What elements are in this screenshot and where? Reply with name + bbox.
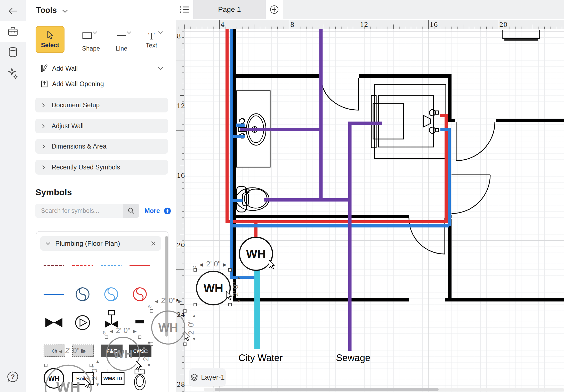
tools-panel: Tools Select Shape Line T Text Add Wall … [26,0,176,392]
add-wall-opening-icon [41,80,48,88]
add-page-icon [270,5,279,14]
chevron-down-icon [62,10,68,13]
left-rail: ? [0,0,26,392]
add-page-button[interactable] [266,0,283,19]
tools-title[interactable]: Tools [36,6,68,15]
v-ruler-label: 12 [177,102,185,110]
add-wall-label: Add Wall [52,65,78,72]
layer-badge[interactable]: Layer-1 [189,368,226,386]
tab-label: Page 1 [218,5,241,14]
shape-tool-button[interactable]: Shape [82,32,100,52]
search-icon [128,207,134,214]
h-ruler-label: 16 [430,21,438,28]
v-ruler-label: 28 [177,381,185,388]
section-label: Adjust Wall [52,122,84,130]
add-wall-chevron-icon[interactable] [157,67,164,71]
add-wall-opening-label: Add Wall Opening [52,80,104,88]
v-ruler-label: 20 [177,241,185,249]
tab-bar-spacer [283,0,564,19]
palette-title: Plumbing (Floor Plan) [55,240,146,248]
database-icon[interactable] [0,47,26,59]
vertical-ruler: 8 12 16 20 24 28 ▶ [176,29,184,392]
ruler-position-indicator: ▶ [176,298,180,302]
line-chevron-icon[interactable] [158,30,163,35]
symbols-heading: Symbols [35,187,72,197]
page-list-button[interactable] [176,0,193,19]
tools-title-label: Tools [36,6,57,15]
line-tool-button[interactable]: Line [116,32,127,52]
horizontal-scrollbar-thumb[interactable] [215,388,439,391]
section-recently-used-symbols[interactable]: Recently Used Symbols [35,160,168,175]
text-tool-button[interactable]: T Text [145,30,158,49]
close-icon[interactable] [151,241,156,246]
palette-card [36,231,168,392]
back-icon[interactable] [0,7,26,17]
help-icon[interactable]: ? [0,371,26,384]
section-document-setup[interactable]: Document Setup [35,98,168,112]
more-label: More [144,207,160,214]
line-icon [116,32,127,39]
add-wall-opening-button[interactable]: Add Wall Opening [41,80,104,88]
section-adjust-wall[interactable]: Adjust Wall [35,119,168,133]
v-ruler-label: 24 [177,311,185,319]
drawing-canvas[interactable] [184,29,564,392]
rectangle-icon [82,32,92,39]
section-label: Recently Used Symbols [52,164,120,171]
add-wall-button[interactable]: Add Wall [41,64,78,72]
text-tool-label: Text [145,42,158,49]
layers-icon [190,373,198,381]
page-list-icon [180,6,190,13]
v-ruler-label: 8 [177,32,181,40]
palette-scrollbar[interactable] [165,236,168,337]
more-symbols-link[interactable]: More [144,207,171,215]
chevron-down-icon [45,242,51,245]
chevron-right-icon [42,103,45,108]
plus-circle-icon [164,207,171,215]
chevron-right-icon [42,124,45,128]
section-label: Document Setup [52,101,100,109]
chevron-right-icon [42,144,45,149]
select-tool-button[interactable]: Select [36,26,65,53]
h-ruler-label: 4 [221,21,225,28]
symbol-search-box[interactable] [35,204,123,218]
horizontal-ruler: 4 8 12 16 20 [176,20,564,29]
section-dimensions-area[interactable]: Dimensions & Area [35,139,168,154]
text-icon: T [145,30,158,40]
chevron-right-icon [42,165,45,170]
h-ruler-label: 20 [499,21,507,28]
h-ruler-label: 8 [290,21,294,28]
select-tool-label: Select [36,42,64,49]
palette-header[interactable]: Plumbing (Floor Plan) [40,236,161,251]
shape-tool-label: Shape [82,45,100,52]
cursor-icon [46,30,54,40]
line-tool-label: Line [116,45,127,52]
page-tab-bar: Page 1 [176,0,564,19]
section-label: Dimensions & Area [52,143,107,150]
add-wall-icon [41,64,48,72]
toolbox-icon[interactable] [0,27,26,37]
tab-page-1[interactable]: Page 1 [193,0,266,19]
h-ruler-label: 12 [360,21,368,28]
v-ruler-label: 16 [177,172,185,179]
symbol-search-input[interactable] [35,204,123,218]
layer-label: Layer-1 [201,373,225,381]
svg-text:?: ? [11,373,15,380]
sparkles-icon[interactable] [0,68,26,80]
search-button[interactable] [123,204,139,218]
